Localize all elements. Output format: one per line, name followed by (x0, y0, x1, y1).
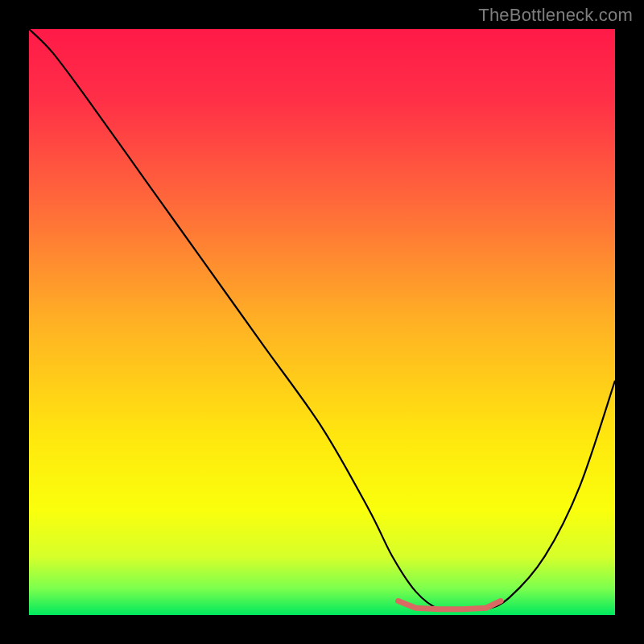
chart-frame: TheBottleneck.com (0, 0, 644, 644)
bottleneck-chart (29, 29, 615, 615)
plot-area (29, 29, 615, 615)
watermark-text: TheBottleneck.com (478, 5, 633, 26)
gradient-background (29, 29, 615, 615)
